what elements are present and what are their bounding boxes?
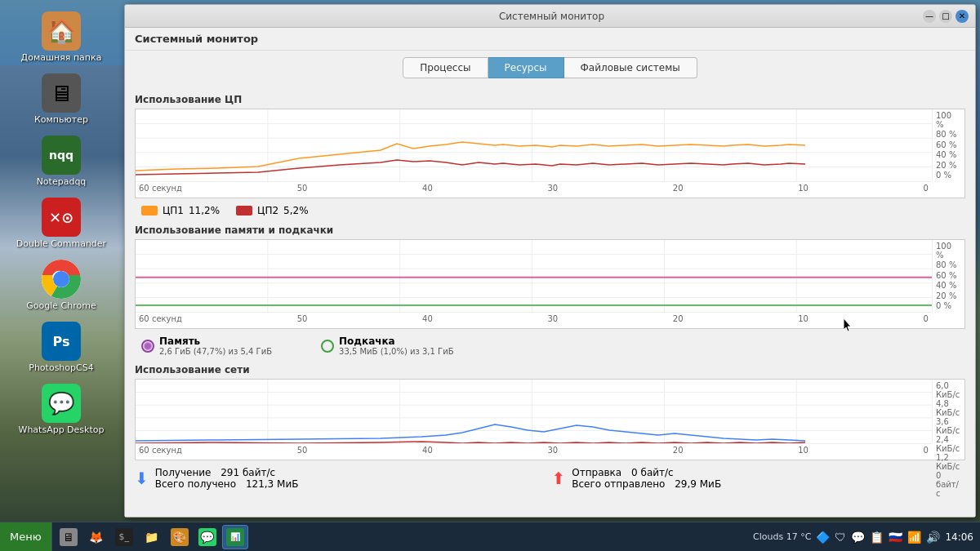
titlebar: Системный монитор — □ ✕ xyxy=(125,5,975,28)
dock-label-double-commander: Double Commander xyxy=(16,238,106,249)
send-speed: 0 байт/с xyxy=(631,467,674,478)
taskbar-nautilus[interactable]: 📁 xyxy=(139,525,165,549)
cpu1-value: 11,2% xyxy=(189,205,220,216)
dock-label-photoshop: PhotoshopCS4 xyxy=(29,362,93,373)
colorpicker-taskbar-icon: 🎨 xyxy=(171,528,189,546)
cpu2-label: ЦП2 xyxy=(257,205,278,216)
cpu2-legend-item: ЦП2 5,2% xyxy=(236,205,308,216)
titlebar-buttons: — □ ✕ xyxy=(923,10,969,23)
receive-label: Получение xyxy=(155,467,212,478)
flag-icon: 🇷🇺 xyxy=(889,531,902,544)
filemanager-taskbar-icon: 🖥 xyxy=(60,528,78,546)
network-chart-area xyxy=(136,380,932,443)
memory-sub: 2,6 ГиБ (47,7%) из 5,4 ГиБ xyxy=(159,347,272,356)
weather-status: Clouds 17 °C xyxy=(753,531,811,542)
network-stats: ⬇ Получение 291 байт/с Всего получено 12… xyxy=(135,464,965,493)
cpu1-legend-item: ЦП1 11,2% xyxy=(141,205,220,216)
minimize-button[interactable]: — xyxy=(923,10,936,23)
memory-xaxis: 60 секунд 50 40 30 20 10 0 xyxy=(136,312,932,328)
taskbar-right: Clouds 17 °C 🔷 🛡 💬 📋 🇷🇺 📶 🔊 14:06 xyxy=(746,531,980,544)
taskbar-sysmon[interactable]: 📊 xyxy=(222,525,248,549)
terminal-taskbar-icon: $_ xyxy=(115,528,133,546)
window-header-label: Системный монитор xyxy=(125,28,975,51)
cpu2-value: 5,2% xyxy=(283,205,309,216)
send-icon: ⬆ xyxy=(552,469,566,488)
menu-label: Меню xyxy=(10,531,42,543)
dock-label-whatsapp: WhatsApp Desktop xyxy=(19,424,105,435)
cpu1-label: ЦП1 xyxy=(163,205,184,216)
taskbar-apps: 🖥 🦊 $_ 📁 🎨 💬 📊 xyxy=(52,522,746,552)
photoshop-icon: Ps xyxy=(42,322,81,361)
send-stat: ⬆ Отправка 0 байт/с Всего отправлено 29,… xyxy=(552,467,966,490)
dock-item-computer[interactable]: 🖥 Компьютер xyxy=(8,70,114,128)
clock: 14:06 xyxy=(945,531,973,543)
whatsapp-taskbar-icon: 💬 xyxy=(198,528,216,546)
taskbar-whatsapp[interactable]: 💬 xyxy=(194,525,220,549)
cpu-xaxis: 60 секунд 50 40 30 20 10 0 xyxy=(136,181,932,198)
send-total: 29,9 МиБ xyxy=(675,478,721,490)
network-xaxis: 60 секунд 50 40 30 20 10 0 xyxy=(136,443,932,460)
dock-item-notepadqq[interactable]: nqq Notepadqq xyxy=(8,132,114,190)
dock-item-double-commander[interactable]: ✕⊙ Double Commander xyxy=(8,194,114,252)
whatsapp-icon: 💬 xyxy=(42,384,81,423)
memory-legend-item: Память 2,6 ГиБ (47,7%) из 5,4 ГиБ xyxy=(141,335,272,356)
bluetooth-icon: 🔷 xyxy=(816,531,830,544)
receive-icon: ⬇ xyxy=(135,469,149,488)
dock-item-chrome[interactable]: Google Chrome xyxy=(8,256,114,314)
dock-label-home: Домашняя папка xyxy=(21,52,102,63)
receive-total-label: Всего получено xyxy=(155,478,236,490)
cpu-chart: 100 % 80 % 60 % 40 % 20 % 0 % 60 секунд … xyxy=(135,109,965,198)
dock-item-photoshop[interactable]: Ps PhotoshopCS4 xyxy=(8,318,114,376)
taskbar-menu-button[interactable]: Меню xyxy=(0,522,52,552)
taskbar-firefox[interactable]: 🦊 xyxy=(83,525,109,549)
cpu-legend: ЦП1 11,2% ЦП2 5,2% xyxy=(135,202,965,220)
network-section-title: Использование сети xyxy=(135,364,965,375)
swap-sub: 33,5 МиБ (1,0%) из 3,1 ГиБ xyxy=(339,347,454,356)
double-commander-icon: ✕⊙ xyxy=(42,198,81,237)
dock-label-computer: Компьютер xyxy=(34,114,88,125)
sysmon-window: Системный монитор — □ ✕ Системный монито… xyxy=(124,4,976,518)
network-chart: 6,0 КиБ/с 4,8 КиБ/с 3,6 КиБ/с 2,4 КиБ/с … xyxy=(135,379,965,460)
taskbar-colorpicker[interactable]: 🎨 xyxy=(167,525,193,549)
volume-icon: 🔊 xyxy=(926,531,940,544)
tab-filesystems[interactable]: Файловые системы xyxy=(564,57,697,78)
clipboard-icon: 📋 xyxy=(870,531,884,544)
chrome-icon xyxy=(42,260,81,299)
notepadqq-icon: nqq xyxy=(42,136,81,175)
taskbar: Меню 🖥 🦊 $_ 📁 🎨 💬 📊 Clouds 17 ° xyxy=(0,522,980,551)
window-title: Системный монитор xyxy=(180,11,923,22)
memory-chart: 100 % 80 % 60 % 40 % 20 % 0 % 60 секунд … xyxy=(135,239,965,329)
taskbar-filemanager[interactable]: 🖥 xyxy=(56,525,82,549)
sysmon-taskbar-icon: 📊 xyxy=(226,528,244,546)
cpu2-color xyxy=(236,206,252,216)
nautilus-taskbar-icon: 📁 xyxy=(143,528,161,546)
dock-item-home[interactable]: 🏠 Домашняя папка xyxy=(8,8,114,66)
memory-chart-area xyxy=(136,240,932,312)
close-button[interactable]: ✕ xyxy=(956,10,969,23)
taskbar-terminal[interactable]: $_ xyxy=(111,525,137,549)
wifi-icon: 📶 xyxy=(907,531,921,544)
svg-point-2 xyxy=(56,273,67,285)
swap-color-circle xyxy=(321,340,334,353)
send-total-label: Всего отправлено xyxy=(572,478,665,490)
dock-item-whatsapp[interactable]: 💬 WhatsApp Desktop xyxy=(8,380,114,438)
send-label: Отправка xyxy=(572,467,621,478)
memory-label: Память xyxy=(159,335,272,347)
shield-icon: 🛡 xyxy=(835,531,846,544)
tab-processes[interactable]: Процессы xyxy=(403,57,488,78)
computer-icon: 🖥 xyxy=(42,73,81,113)
dock-label-notepadqq: Notepadqq xyxy=(37,176,87,187)
firefox-taskbar-icon: 🦊 xyxy=(87,528,105,546)
receive-speed: 291 байт/с xyxy=(220,467,275,478)
maximize-button[interactable]: □ xyxy=(939,10,952,23)
tabs-bar: Процессы Ресурсы Файловые системы xyxy=(125,51,975,85)
content-area: Использование ЦП xyxy=(125,85,975,517)
swap-label: Подкачка xyxy=(339,335,454,347)
network-yaxis: 6,0 КиБ/с 4,8 КиБ/с 3,6 КиБ/с 2,4 КиБ/с … xyxy=(932,380,964,443)
tab-resources[interactable]: Ресурсы xyxy=(488,57,564,78)
whatsapp-tray-icon: 💬 xyxy=(851,531,865,544)
receive-total: 121,3 МиБ xyxy=(246,478,299,490)
dock-label-chrome: Google Chrome xyxy=(26,300,96,311)
swap-legend-item: Подкачка 33,5 МиБ (1,0%) из 3,1 ГиБ xyxy=(321,335,454,356)
cpu-yaxis: 100 % 80 % 60 % 40 % 20 % 0 % xyxy=(932,109,964,181)
